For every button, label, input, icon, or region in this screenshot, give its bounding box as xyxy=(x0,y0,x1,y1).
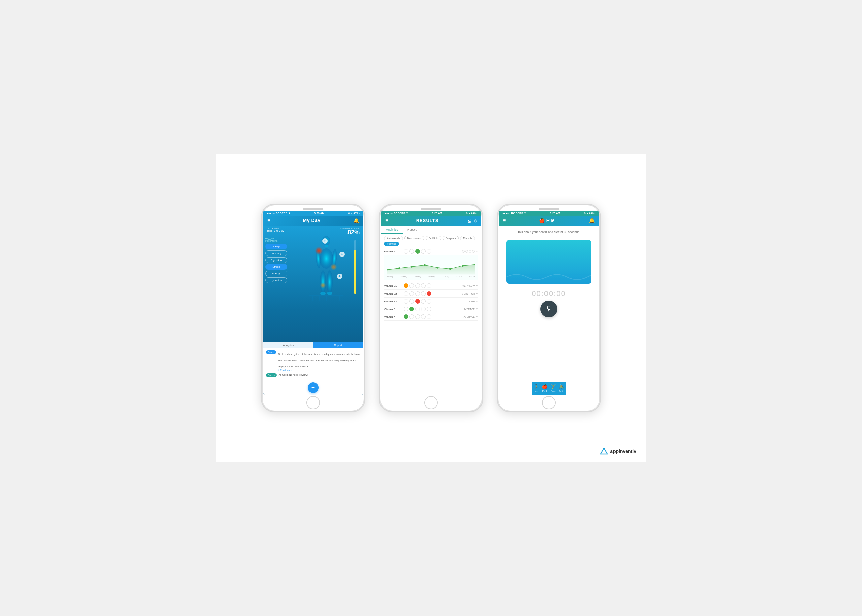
vi-btn-stress[interactable]: Stress xyxy=(265,264,287,270)
branding: appinventiv xyxy=(600,447,636,456)
chip-amino-acids[interactable]: Amino Acids xyxy=(384,236,403,240)
read-more-link[interactable]: + Read More xyxy=(278,369,360,371)
p3-bell-icon[interactable]: 🔔 xyxy=(589,218,595,223)
vitamin-d-status: AVERAGE xyxy=(461,308,475,310)
p3-status-icons: ⊕ ▼ 66% ▪ xyxy=(584,212,595,215)
chart-labels: 27 May 28 May 29 May 30 May 31 May 01 Ju… xyxy=(387,276,475,278)
recording-wave xyxy=(507,270,591,284)
nav-fuel[interactable]: 🍎 Fuel xyxy=(540,382,549,394)
p3-time: 9:23 AM xyxy=(550,212,560,215)
p3-menu-icon[interactable]: ≡ xyxy=(503,218,506,223)
mic-button[interactable]: 🎙 xyxy=(540,300,557,317)
dot-b2-5 xyxy=(426,291,431,296)
p3-carrier: ●●●○○ ROGERS ▼ xyxy=(502,212,526,215)
time-text: 9:23 AM xyxy=(314,212,324,215)
p2-tab-report[interactable]: Report xyxy=(403,226,421,234)
p2-status-icons: ⊕ ▼ 66% ▪ xyxy=(466,212,477,215)
print-icon[interactable]: 🖨 xyxy=(467,218,471,223)
sleep-text-block: Go to bed and get up at the same time ev… xyxy=(278,350,360,371)
p2-tab-analytics[interactable]: Analytics xyxy=(381,226,403,234)
vitamin-b1-chevron[interactable]: ∨ xyxy=(476,284,478,288)
vitamin-k-chevron[interactable]: ∨ xyxy=(476,316,478,319)
svg-point-23 xyxy=(436,267,439,269)
vitamin-b2b-chevron[interactable]: ∨ xyxy=(476,300,478,303)
vi-btn-digestion[interactable]: Digestion xyxy=(265,257,287,263)
stress-badge[interactable]: Stress xyxy=(266,373,277,377)
nav-core[interactable]: 🏋 Core xyxy=(549,382,557,394)
vitamin-d-chevron[interactable]: ∨ xyxy=(476,308,478,311)
dot-k-3 xyxy=(415,314,420,319)
vi-btn-hydration[interactable]: Hydration xyxy=(265,277,287,283)
dot-k-2 xyxy=(409,314,414,319)
share-icon[interactable]: ⎋ xyxy=(474,218,477,223)
chip-minerals[interactable]: Minerals xyxy=(460,236,475,240)
chip-biochemicals[interactable]: Biochemicals xyxy=(404,236,424,240)
dot-d-1 xyxy=(404,306,409,311)
me-icon: 🏃 xyxy=(533,384,539,390)
svg-point-8 xyxy=(330,264,337,270)
dot-b1-2 xyxy=(409,283,414,288)
tab-analytics[interactable]: Analytics xyxy=(263,342,313,348)
nav-train[interactable]: 🚴 Train xyxy=(557,382,566,394)
vitamin-b1-status: VERY LOW xyxy=(461,285,475,287)
menu-icon[interactable]: ≡ xyxy=(267,218,270,223)
tab-report[interactable]: Report xyxy=(313,342,363,348)
svg-point-5 xyxy=(320,270,326,294)
sleep-badge[interactable]: Sleep xyxy=(266,350,276,354)
nav-fuel-label: Fuel xyxy=(543,390,547,393)
vitality-block: CURRENT VITALITY: 82% xyxy=(340,227,360,235)
vitamin-a-expand[interactable]: ∧ xyxy=(476,250,478,253)
report-item-sleep: Sleep Go to bed and get up at the same t… xyxy=(266,350,360,371)
body-area: VITALITYINDICATORS: Sleep Immunity Diges… xyxy=(263,237,363,342)
vitamin-a-header: Vitamin A xyxy=(384,248,478,256)
chart-label-4: 30 May xyxy=(428,276,435,278)
chip-enzymes[interactable]: Enzymes xyxy=(443,236,459,240)
vi-btn-energy[interactable]: Energy xyxy=(265,270,287,277)
vi-btn-sleep[interactable]: Sleep xyxy=(265,244,287,250)
dot-b1-3 xyxy=(415,283,420,288)
vitamin-k-status: AVERAGE xyxy=(461,316,475,318)
phone2-screen: ●●●○○ ROGERS ▼ 9:23 AM ⊕ ▼ 66% ▪ ≡ RESUL… xyxy=(381,211,481,394)
plus-badge-1[interactable]: + xyxy=(322,238,328,244)
vi-btn-immunity[interactable]: Immunity xyxy=(265,250,287,256)
p2-time: 9:23 AM xyxy=(432,212,442,215)
svg-point-22 xyxy=(423,264,426,266)
dot-b2b-4 xyxy=(421,299,426,303)
mic-icon: 🎙 xyxy=(546,305,552,313)
vitamin-b2-chevron[interactable]: ∨ xyxy=(476,292,478,295)
svg-point-25 xyxy=(462,265,464,267)
plus-badge-3[interactable]: + xyxy=(337,273,343,279)
stress-report-text: All Good. No need to worry! xyxy=(279,373,308,376)
vitamin-d-dots xyxy=(404,306,460,311)
svg-point-9 xyxy=(320,283,326,289)
vitamin-a-dots xyxy=(404,249,460,254)
fab-button[interactable]: + xyxy=(308,382,319,393)
brand-name: appinventiv xyxy=(610,449,636,454)
dot-d-4 xyxy=(421,306,426,311)
chip-vitamins[interactable]: Vitamins xyxy=(384,242,399,246)
chip-cell-salts[interactable]: Cell Salts xyxy=(426,236,442,240)
chart-label-1: 27 May xyxy=(387,276,393,278)
dot-d-5 xyxy=(426,306,431,311)
dot-a-5 xyxy=(426,249,431,254)
dot-a-4 xyxy=(421,249,426,254)
dot-b1-4 xyxy=(421,283,426,288)
phone3-home-button[interactable] xyxy=(542,396,555,409)
p2-menu-icon[interactable]: ≡ xyxy=(385,218,388,223)
dot-b2b-2 xyxy=(409,299,414,303)
phone-home-button[interactable] xyxy=(307,396,320,409)
chart-label-7: 02 Jun xyxy=(469,276,475,278)
report-items: Sleep Go to bed and get up at the same t… xyxy=(263,348,363,381)
nav-core-label: Core xyxy=(551,390,555,393)
plus-badge-2[interactable]: + xyxy=(340,252,345,257)
phone2-speaker xyxy=(421,208,441,210)
vitamin-b2b-name: Vitamin B2 xyxy=(384,300,403,303)
phone2-home-button[interactable] xyxy=(424,396,438,409)
bell-icon[interactable]: 🔔 xyxy=(353,218,359,223)
phone-fuel: ●●●○○ ROGERS ▼ 9:23 AM ⊕ ▼ 66% ▪ ≡ 🍎 Fue… xyxy=(497,204,601,412)
phone3-body: Talk about your health and diet for 30 s… xyxy=(499,226,599,394)
sd4 xyxy=(472,250,475,253)
nav-me[interactable]: 🏃 Me xyxy=(532,382,540,394)
page-wrapper: ●●●○○ ROGERS ▼ 9:23 AM ⊕ ▼ 66% ▪ ≡ My Da… xyxy=(216,154,646,462)
p2-page-title: RESULTS xyxy=(416,218,439,223)
